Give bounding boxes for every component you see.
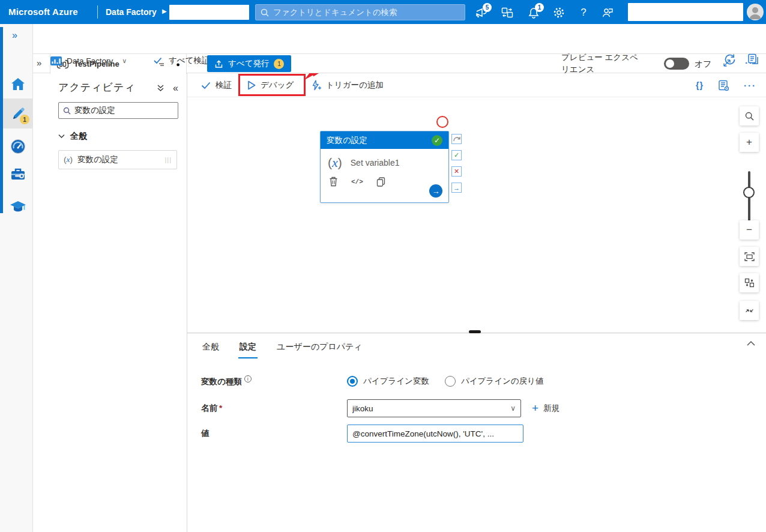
node-success-status-icon: ✓: [432, 135, 442, 146]
panel-resize-handle[interactable]: [469, 330, 481, 333]
chevron-down-icon: ∨: [510, 404, 516, 413]
breadcrumb-data-factory[interactable]: Data Factory: [106, 7, 157, 17]
canvas-search-button[interactable]: [740, 106, 759, 125]
activities-title: アクティビティ: [58, 80, 136, 94]
node-header: 変数の設定 ✓: [321, 131, 448, 149]
validate-button[interactable]: 検証: [201, 73, 232, 97]
activities-search-box[interactable]: [58, 102, 178, 119]
properties-icon[interactable]: [718, 80, 729, 91]
sidebar-item-manage[interactable]: [3, 161, 33, 187]
zoom-to-fit-button[interactable]: [740, 247, 759, 266]
collapse-panel-icon[interactable]: «: [173, 83, 178, 94]
tab-settings[interactable]: 設定: [238, 339, 258, 358]
name-label: 名前*: [201, 403, 347, 414]
publish-icon: [214, 59, 223, 68]
rail-expand-icon[interactable]: »: [12, 30, 17, 41]
refresh-icon[interactable]: [723, 53, 737, 66]
factory-selector[interactable]: Data Factory ∨: [50, 55, 127, 67]
activity-properties-panel: 全般 設定 ユーザーのプロパティ 変数の種類i パイプライン変数 パイプラインの…: [187, 333, 766, 532]
global-search-box[interactable]: [255, 4, 465, 20]
zoom-slider-knob[interactable]: [743, 187, 755, 198]
plus-icon: +: [532, 402, 538, 415]
variable-type-label: 変数の種類i: [201, 375, 347, 387]
tab-general[interactable]: 全般: [201, 339, 220, 358]
preview-experience-label: プレビュー エクスペ リエンス: [561, 52, 657, 76]
radio-selected-icon: [347, 376, 358, 387]
port-skipped[interactable]: [451, 134, 462, 144]
factory-command-bar: Data Factory ∨ すべて検証 すべて発行 1 プレビュー エクスペ …: [0, 24, 766, 54]
collapse-all-icon[interactable]: [157, 84, 164, 92]
show-notifications-icon[interactable]: [747, 53, 760, 65]
azure-top-bar: Microsoft Azure Data Factory ▶ 5 1 ?: [0, 0, 766, 24]
activity-item-set-variable[interactable]: (x) 変数の設定 |||: [58, 150, 177, 169]
portal-left-rail: » 1: [0, 24, 33, 532]
breadcrumb-arrow-icon: ▶: [162, 8, 167, 14]
port-success[interactable]: ✓: [451, 150, 462, 160]
settings-gear-button[interactable]: [551, 5, 567, 20]
set-variable-node[interactable]: 変数の設定 ✓ (x) Set variable1 </> →: [320, 131, 449, 203]
collapse-canvas-button[interactable]: [740, 301, 759, 320]
clone-node-icon[interactable]: [376, 177, 385, 187]
sidebar-item-author[interactable]: 1: [3, 98, 33, 128]
port-failure[interactable]: ✕: [451, 166, 462, 177]
variable-name-dropdown[interactable]: ∨: [347, 399, 521, 417]
sidebar-item-monitor[interactable]: [3, 133, 33, 160]
check-icon: [201, 82, 211, 89]
port-completion[interactable]: →: [451, 183, 462, 193]
set-variable-icon: (x): [328, 155, 342, 171]
annotation-red-circle: [436, 116, 448, 128]
feedback-button[interactable]: [600, 5, 615, 20]
radio-pipeline-return-value[interactable]: パイプラインの戻り値: [445, 376, 544, 387]
code-view-icon[interactable]: {}: [696, 80, 704, 90]
toolbar-more-icon[interactable]: ···: [744, 80, 756, 91]
add-trigger-button[interactable]: トリガーの追加: [311, 73, 384, 97]
properties-tabs: 全般 設定 ユーザーのプロパティ: [201, 339, 364, 358]
node-code-icon[interactable]: </>: [351, 178, 363, 186]
variable-name-input[interactable]: [352, 404, 508, 413]
author-change-badge: 1: [20, 115, 29, 124]
graduation-cap-icon: [10, 200, 26, 214]
trigger-lightning-icon: [311, 80, 321, 91]
info-icon: i: [244, 375, 252, 382]
add-next-activity-button[interactable]: →: [429, 184, 442, 198]
delete-node-icon[interactable]: [329, 177, 338, 187]
microsoft-azure-logo[interactable]: Microsoft Azure: [8, 7, 78, 17]
set-variable-icon: (x): [64, 155, 73, 165]
chevron-down-icon: [58, 134, 65, 139]
help-button[interactable]: ?: [576, 5, 591, 20]
zoom-in-button[interactable]: +: [740, 133, 759, 152]
sidebar-item-learning[interactable]: [3, 193, 33, 220]
global-search-input[interactable]: [273, 8, 460, 17]
preview-experience-toggle[interactable]: [664, 58, 689, 70]
pipeline-toolbar: 検証 デバッグ トリガーの追加 {} ···: [187, 73, 766, 97]
switch-directory-icon[interactable]: [499, 5, 515, 20]
variable-value-input[interactable]: [347, 425, 523, 443]
tab-user-properties[interactable]: ユーザーのプロパティ: [276, 339, 364, 358]
auto-align-button[interactable]: [740, 273, 759, 292]
required-asterisk: *: [219, 404, 222, 413]
collapse-panel-chevron-icon[interactable]: [747, 340, 755, 346]
gauge-icon: [10, 139, 26, 154]
notifications-badge: 1: [535, 3, 544, 12]
radio-unselected-icon: [445, 376, 456, 387]
resources-pane-expand-icon[interactable]: »: [37, 58, 41, 68]
chevron-down-icon: ∨: [122, 57, 127, 65]
account-avatar[interactable]: [747, 4, 764, 20]
data-factory-icon: [50, 55, 62, 67]
validate-all-button[interactable]: すべて検証: [153, 55, 210, 66]
topbar-divider: [97, 5, 98, 19]
sidebar-item-home[interactable]: [3, 71, 33, 97]
publish-all-button[interactable]: すべて発行 1: [207, 55, 291, 72]
section-general[interactable]: 全般: [58, 131, 87, 142]
validate-all-icon: [153, 56, 164, 66]
radio-pipeline-variable[interactable]: パイプライン変数: [347, 376, 429, 387]
zoom-out-button[interactable]: −: [740, 220, 759, 240]
whats-new-badge: 5: [483, 3, 492, 12]
debug-button[interactable]: デバッグ: [247, 73, 294, 97]
activity-item-label: 変数の設定: [77, 154, 118, 165]
activities-panel: アクティビティ « 全般 (x) 変数の設定 |||: [50, 73, 187, 532]
node-name: Set variable1: [351, 158, 400, 168]
new-variable-button[interactable]: + 新規: [532, 402, 559, 415]
activities-search-input[interactable]: [74, 106, 173, 115]
pipeline-canvas[interactable]: 変数の設定 ✓ (x) Set variable1 </> → ✓ ✕ → + …: [187, 97, 766, 333]
